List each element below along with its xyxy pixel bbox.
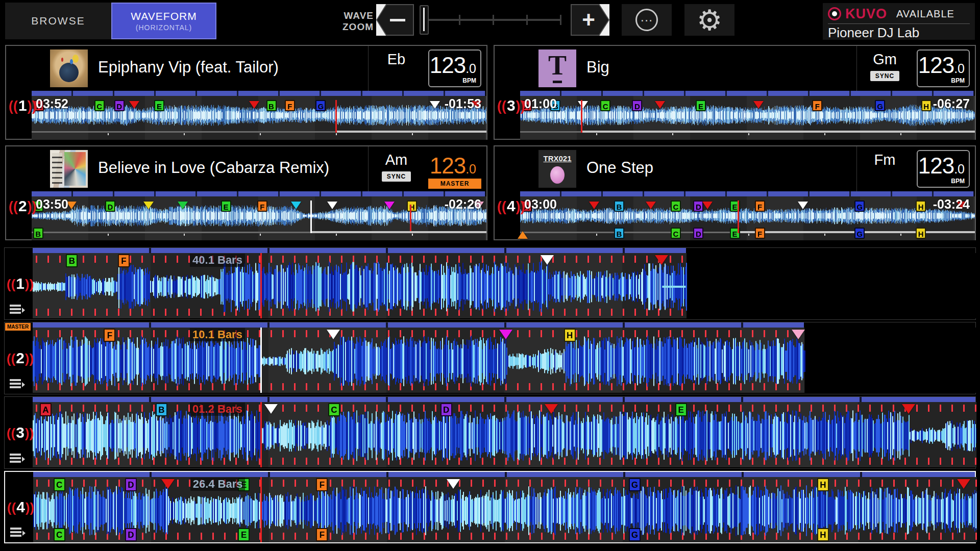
deck-number: ((2)) bbox=[7, 349, 34, 367]
memory-cue-triangle bbox=[655, 255, 668, 265]
hot-cue-b-marker: B bbox=[614, 201, 624, 212]
cue-markers-top: BDEFH bbox=[32, 201, 485, 214]
master-badge: MASTER bbox=[428, 179, 481, 189]
key-label: Am bbox=[385, 152, 408, 168]
hot-cue-d-marker: D bbox=[693, 228, 703, 239]
deck2-header: Believe in Love (Cabarza Remix) Am SYNC … bbox=[6, 146, 486, 191]
hot-cue-b-marker: B bbox=[156, 403, 167, 416]
track-menu-icon[interactable] bbox=[10, 304, 25, 315]
track-menu-icon[interactable] bbox=[10, 379, 25, 390]
hot-cue-d-marker: D bbox=[440, 403, 452, 416]
zoom-waveform-4[interactable]: CDEFGH CDEFGH 26.4 Bars bbox=[33, 472, 975, 542]
hot-cue-h-marker: H bbox=[564, 329, 576, 342]
more-options-button[interactable]: ... bbox=[622, 4, 672, 36]
hot-cue-f-marker: F bbox=[104, 329, 115, 342]
wave-zoom-slider[interactable] bbox=[419, 4, 562, 36]
tab-browse[interactable]: BROWSE bbox=[5, 3, 111, 39]
zoom-waveform-1[interactable]: BF 40.1 Bars bbox=[33, 248, 975, 319]
tab-browse-label: BROWSE bbox=[31, 15, 85, 27]
key-label: Fm bbox=[874, 152, 896, 168]
slider-tick bbox=[459, 15, 460, 25]
playhead-line bbox=[410, 205, 411, 231]
kuvo-brand: KUVO bbox=[845, 6, 887, 22]
hot-cue-h-marker: H bbox=[916, 228, 926, 239]
settings-button[interactable]: ⚙ bbox=[684, 4, 734, 36]
phrase-bar bbox=[33, 397, 975, 402]
playhead-line bbox=[260, 253, 262, 318]
deck-number: ((1)) bbox=[7, 275, 34, 292]
memory-cue-triangle bbox=[499, 330, 512, 339]
gear-icon: ⚙ bbox=[697, 4, 722, 37]
top-bar: BROWSE WAVEFORM (HORIZONTAL) WAVE ZOOM + bbox=[0, 0, 980, 43]
minus-icon bbox=[377, 5, 413, 35]
hot-cue-g-marker: G bbox=[315, 100, 326, 111]
elapsed-time: 03:52 bbox=[36, 96, 68, 111]
tab-waveform[interactable]: WAVEFORM (HORIZONTAL) bbox=[111, 3, 216, 39]
zoom-waveform-3[interactable]: ABCDE 01.2 Bars bbox=[33, 397, 975, 468]
deck2-waveform[interactable]: 03:50 -02:26 BDEFH B bbox=[32, 196, 485, 239]
kuvo-logo-icon bbox=[828, 7, 841, 20]
remaining-time: -01:53 bbox=[445, 96, 481, 111]
hot-cue-f-marker: F bbox=[316, 528, 328, 541]
hot-cue-e-marker: E bbox=[154, 100, 164, 111]
hot-cue-c-marker: C bbox=[671, 201, 681, 212]
tab-waveform-label: WAVEFORM bbox=[131, 10, 197, 22]
memory-cue-triangle bbox=[646, 202, 656, 209]
tab-waveform-sublabel: (HORIZONTAL) bbox=[136, 23, 192, 32]
album-art bbox=[50, 150, 88, 188]
kuvo-panel: KUVO AVAILABLE Pioneer DJ Lab bbox=[823, 3, 975, 40]
deck4-waveform[interactable]: 03:00 -03:24 ABCDEFGH BCDEFGH bbox=[520, 196, 974, 239]
hot-cue-h-marker: H bbox=[407, 201, 417, 212]
slider-handle[interactable] bbox=[420, 5, 429, 35]
playhead-line bbox=[260, 477, 262, 542]
wave-zoom-out-button[interactable] bbox=[376, 4, 414, 36]
remaining-time: -06:27 bbox=[933, 96, 970, 111]
memory-cue-triangle bbox=[655, 101, 665, 109]
cue-markers-bottom bbox=[520, 127, 974, 138]
hot-cue-b-marker: B bbox=[614, 228, 624, 239]
phrase-bar bbox=[33, 472, 975, 477]
kuvo-club-name: Pioneer DJ Lab bbox=[828, 25, 970, 41]
wave-zoom-in-button[interactable]: + bbox=[571, 4, 609, 36]
row-gutter: ((3)) bbox=[5, 397, 33, 468]
hot-cue-h-marker: H bbox=[817, 528, 829, 541]
track-title: Believe in Love (Cabarza Remix) bbox=[98, 159, 338, 177]
memory-cue-triangle bbox=[545, 404, 558, 414]
hot-cue-d-marker: D bbox=[632, 100, 642, 111]
hot-cue-f-marker: F bbox=[316, 478, 328, 491]
hot-cue-g-marker: G bbox=[875, 100, 885, 111]
zoom-waveform-2[interactable]: FH 10.1 Bars bbox=[33, 322, 975, 394]
track-menu-icon[interactable] bbox=[10, 453, 25, 464]
sync-badge: SYNC bbox=[870, 71, 899, 81]
hot-cue-b-marker: B bbox=[66, 254, 78, 267]
track-title: One Step bbox=[586, 159, 827, 177]
hot-cue-c-marker: C bbox=[54, 528, 65, 541]
hot-cue-c-marker: C bbox=[600, 100, 610, 111]
track-title: Epiphany Vip (feat. Tailor) bbox=[98, 58, 338, 77]
memory-cue-triangle bbox=[589, 202, 599, 209]
memory-cue-triangle bbox=[161, 479, 175, 489]
memory-cue-triangle bbox=[753, 101, 764, 109]
bars-counter: 01.2 Bars bbox=[190, 403, 245, 416]
hot-cue-g-marker: G bbox=[629, 528, 641, 541]
memory-cue-triangle bbox=[129, 101, 139, 109]
playhead-line bbox=[260, 402, 262, 467]
deck3-header: T Big Gm SYNC 123.0 BPM bbox=[495, 46, 975, 91]
hot-cue-d-marker: D bbox=[125, 478, 137, 491]
deck-panel-1: Epiphany Vip (feat. Tailor) Eb 123.0 BPM… bbox=[5, 45, 487, 140]
hot-cue-f-marker: F bbox=[118, 254, 130, 267]
memory-cue-triangle bbox=[902, 404, 915, 414]
album-art: TRX021 bbox=[538, 150, 576, 188]
elapsed-time: 03:50 bbox=[36, 197, 68, 212]
remaining-time: -02:26 bbox=[445, 197, 481, 212]
hot-cue-e-marker: E bbox=[238, 528, 250, 541]
playhead-line bbox=[738, 201, 739, 233]
track-menu-icon[interactable] bbox=[10, 527, 26, 538]
memory-cue-triangle bbox=[327, 202, 337, 209]
deck3-waveform[interactable]: 01:00 -06:27 ABCDEFGH bbox=[520, 96, 974, 139]
deck1-waveform[interactable]: 03:52 -01:53 ACDEBFG bbox=[32, 96, 485, 139]
hot-cue-f-marker: F bbox=[257, 201, 267, 212]
cue-markers-bottom bbox=[32, 127, 485, 138]
slider-track bbox=[428, 19, 561, 21]
kuvo-status: AVAILABLE bbox=[896, 8, 954, 20]
